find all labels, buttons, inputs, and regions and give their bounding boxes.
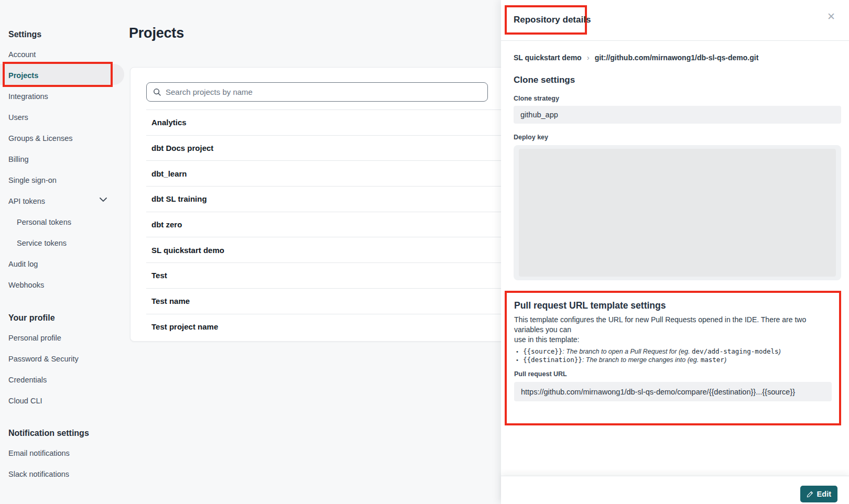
sidebar-item-credentials[interactable]: Credentials	[0, 370, 126, 390]
pr-template-description-line2: use in this template:	[514, 335, 832, 345]
pr-template-description: This template configures the URL for new…	[514, 315, 832, 345]
sidebar-item-projects[interactable]: Projects	[0, 65, 126, 85]
page-title: Projects	[129, 25, 184, 41]
chevron-right-icon: ›	[587, 53, 590, 62]
project-search	[146, 82, 488, 102]
panel-header: Repository details ✕	[501, 0, 849, 41]
settings-page: Settings AccountProjectsIntegrationsUser…	[0, 0, 849, 504]
sidebar-item-integrations[interactable]: Integrations	[0, 86, 126, 106]
breadcrumb-project: SL quickstart demo	[514, 53, 582, 62]
breadcrumb: SL quickstart demo › git://github.com/mi…	[514, 52, 841, 63]
sidebar-item-webhooks[interactable]: Webhooks	[0, 275, 126, 295]
sidebar-item-personal-profile[interactable]: Personal profile	[0, 328, 126, 348]
panel-footer: Edit	[501, 476, 849, 504]
panel-title: Repository details	[514, 15, 591, 25]
pull-request-url-label: Pull request URL	[514, 370, 832, 378]
sidebar-item-users[interactable]: Users	[0, 107, 126, 127]
pr-template-heading: Pull request URL template settings	[514, 300, 832, 311]
sidebar-item-password-security[interactable]: Password & Security	[0, 349, 126, 369]
clone-strategy-field: github_app	[514, 106, 841, 124]
search-input[interactable]	[166, 83, 487, 101]
annotation-box-repository-details: Repository details	[505, 5, 587, 35]
sidebar-heading-settings: Settings	[8, 29, 41, 40]
pr-template-description-line1: This template configures the URL for new…	[514, 315, 832, 335]
edit-button[interactable]: Edit	[800, 486, 837, 502]
sidebar-item-single-sign-on[interactable]: Single sign-on	[0, 170, 126, 190]
sidebar-item-audit-log[interactable]: Audit log	[0, 254, 126, 274]
sidebar-item-cloud-cli[interactable]: Cloud CLI	[0, 391, 126, 411]
sidebar-item-account[interactable]: Account	[0, 45, 126, 64]
clone-strategy-label: Clone strategy	[514, 95, 841, 103]
annotation-box-pr-template-section: Pull request URL template settings This …	[505, 291, 841, 425]
deploy-key-redacted-value	[519, 149, 836, 277]
sidebar-heading-your-profile: Your profile	[8, 313, 55, 323]
sidebar-item-personal-tokens[interactable]: Personal tokens	[0, 212, 126, 232]
pencil-icon	[807, 491, 813, 498]
search-icon	[153, 88, 161, 96]
chevron-down-icon	[100, 198, 107, 202]
sidebar-item-api-tokens[interactable]: API tokens	[0, 191, 126, 211]
sidebar-item-groups-licenses[interactable]: Groups & Licenses	[0, 128, 126, 148]
repository-details-panel: Repository details ✕ SL quickstart demo …	[501, 0, 849, 504]
panel-body: SL quickstart demo › git://github.com/mi…	[501, 41, 849, 425]
deploy-key-label: Deploy key	[514, 134, 841, 141]
sidebar-item-email-notifications[interactable]: Email notifications	[0, 443, 126, 463]
sidebar-item-slack-notifications[interactable]: Slack notifications	[0, 464, 126, 484]
pull-request-url-field: https://github.com/mirnawong1/db-sl-qs-d…	[514, 382, 832, 401]
sidebar-heading-notification-settings: Notification settings	[8, 428, 89, 439]
pr-template-variables: {{source}}: The branch to open a Pull Re…	[514, 347, 832, 364]
edit-button-label: Edit	[817, 490, 831, 498]
breadcrumb-repo-url: git://github.com/mirnawong1/db-sl-qs-dem…	[595, 53, 759, 62]
sidebar-item-billing[interactable]: Billing	[0, 149, 126, 169]
variable-destination: {{destination}}: The branch to merge cha…	[514, 356, 832, 364]
close-icon[interactable]: ✕	[827, 12, 835, 21]
sidebar-item-service-tokens[interactable]: Service tokens	[0, 233, 126, 253]
clone-settings-heading: Clone settings	[514, 74, 841, 86]
variable-source: {{source}}: The branch to open a Pull Re…	[514, 347, 832, 356]
settings-sidebar: Settings AccountProjectsIntegrationsUser…	[0, 0, 126, 504]
deploy-key-box	[514, 145, 841, 280]
